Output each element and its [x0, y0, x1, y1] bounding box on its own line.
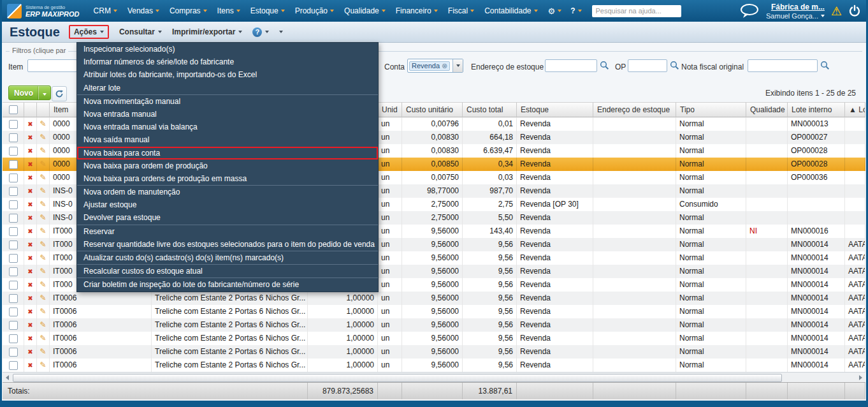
row-checkbox[interactable] [9, 307, 18, 316]
menu-item-reservar-quantidade-livre-dos-estoques-seleciona[interactable]: Reservar quantidade livre dos estoques s… [77, 238, 378, 251]
warning-icon[interactable]: ⚠ [831, 4, 842, 18]
delete-icon[interactable]: ✖ [24, 332, 37, 345]
row-checkbox[interactable] [9, 281, 18, 290]
tag-close-icon[interactable]: ⊗ [442, 62, 447, 70]
edit-icon[interactable]: ✎ [37, 292, 50, 305]
row-checkbox[interactable] [9, 334, 18, 343]
row-checkbox[interactable] [9, 241, 18, 249]
user-menu[interactable]: Samuel Gonça... [766, 11, 825, 20]
row-checkbox[interactable] [9, 133, 18, 142]
scroll-left-button[interactable] [3, 373, 12, 381]
topnav-item-crm[interactable]: CRM [89, 0, 122, 22]
search-icon[interactable] [670, 61, 679, 70]
edit-icon[interactable]: ✎ [37, 184, 50, 198]
search-icon[interactable] [600, 61, 609, 70]
topnav-item-fiscal[interactable]: Fiscal [443, 0, 479, 22]
delete-icon[interactable]: ✖ [24, 144, 37, 158]
row-checkbox[interactable] [9, 227, 18, 236]
row-checkbox[interactable] [9, 254, 18, 263]
edit-icon[interactable]: ✎ [37, 211, 50, 225]
col-header-qualidade[interactable]: Qualidade [746, 102, 788, 117]
menu-item-ajustar-estoque[interactable]: Ajustar estoque [77, 198, 378, 211]
menu-item-criar-boletim-de-inspecao-do-lote-do-fabricante-[interactable]: Criar boletim de inspeção do lote do fab… [77, 278, 378, 291]
delete-icon[interactable]: ✖ [24, 117, 37, 131]
menu-item-devolver-para-estoque[interactable]: Devolver para estoque [77, 211, 378, 224]
refresh-button[interactable] [52, 86, 67, 101]
delete-icon[interactable]: ✖ [24, 171, 37, 184]
op-filter-input[interactable] [628, 59, 667, 72]
menu-item-nova-baixa-para-ordens-de-producao-em-massa[interactable]: Nova baixa para ordens de produção em ma… [77, 172, 378, 185]
topnav-item-itens[interactable]: Itens [212, 0, 245, 22]
menu-item-alterar-lote[interactable]: Alterar lote [77, 82, 378, 94]
row-checkbox[interactable] [9, 160, 18, 169]
topnav-item-compras[interactable]: Compras [164, 0, 212, 22]
delete-icon[interactable]: ✖ [24, 359, 37, 372]
delete-icon[interactable]: ✖ [24, 211, 37, 225]
menu-item-informar-numeros-de-serie-lote-do-fabricante[interactable]: Informar números de série/lote do fabric… [77, 56, 378, 68]
delete-icon[interactable]: ✖ [24, 318, 37, 332]
help-search-input[interactable] [592, 5, 681, 17]
delete-icon[interactable]: ✖ [24, 265, 37, 278]
row-checkbox[interactable] [9, 214, 18, 223]
settings-menu[interactable]: ⚙ [544, 6, 566, 16]
nota-filter-input[interactable] [748, 59, 818, 72]
menu-item-atualizar-custo-do-s-cadastro-s-do-s-item-ns-mar[interactable]: Atualizar custo do(s) cadastro(s) do(s) … [77, 251, 378, 264]
menu-item-recalcular-custos-do-estoque-atual[interactable]: Recalcular custos do estoque atual [77, 265, 378, 278]
delete-icon[interactable]: ✖ [24, 251, 37, 265]
edit-icon[interactable]: ✎ [37, 278, 50, 292]
menu-consultar[interactable]: Consultar [119, 27, 162, 36]
col-header-estoque[interactable]: Estoque [517, 102, 593, 117]
edit-icon[interactable]: ✎ [37, 332, 50, 345]
delete-icon[interactable]: ✖ [24, 131, 37, 144]
menu-item-nova-baixa-para-ordem-de-producao[interactable]: Nova baixa para ordem de produção [77, 159, 378, 172]
menu-item-nova-movimentacao-manual[interactable]: Nova movimentação manual [77, 95, 378, 108]
edit-icon[interactable]: ✎ [37, 117, 50, 131]
row-checkbox[interactable] [9, 321, 18, 330]
topnav-item-contabilidade[interactable]: Contabilidade [479, 0, 542, 22]
delete-icon[interactable]: ✖ [24, 184, 37, 198]
endereco-filter-input[interactable] [545, 59, 597, 72]
company-link[interactable]: Fábrica de m... [771, 3, 825, 11]
col-header-tipo[interactable]: Tipo [676, 102, 746, 117]
row-checkbox[interactable] [9, 267, 18, 276]
delete-icon[interactable]: ✖ [24, 158, 37, 171]
conta-combobox[interactable]: Revenda ⊗ [407, 59, 463, 73]
row-checkbox[interactable] [9, 174, 18, 182]
filters-legend[interactable]: Filtros (clique par [10, 47, 68, 54]
delete-icon[interactable]: ✖ [24, 238, 37, 251]
topnav-item-qualidade[interactable]: Qualidade [339, 0, 391, 22]
topnav-item-financeiro[interactable]: Financeiro [391, 0, 443, 22]
row-checkbox[interactable] [9, 294, 18, 303]
edit-icon[interactable]: ✎ [37, 198, 50, 211]
topnav-item-producao[interactable]: Produção [290, 0, 339, 22]
col-header-custo_unitario[interactable]: Custo unitário [402, 102, 463, 117]
edit-icon[interactable]: ✎ [37, 305, 50, 318]
row-checkbox[interactable] [9, 348, 18, 357]
scrollbar-thumb[interactable] [13, 374, 782, 382]
item-filter-input[interactable] [27, 59, 77, 72]
edit-icon[interactable]: ✎ [37, 225, 50, 238]
menu-imprimir-exportar[interactable]: Imprimir/exportar [172, 27, 242, 36]
topnav-item-vendas[interactable]: Vendas [122, 0, 164, 22]
menu-item-nova-saida-manual[interactable]: Nova saída manual [77, 133, 378, 146]
menu-item-atribuir-lotes-do-fabricante-importando-os-do-ex[interactable]: Atribuir lotes do fabricante, importando… [77, 68, 378, 81]
edit-icon[interactable]: ✎ [37, 144, 50, 158]
horizontal-scrollbar[interactable] [3, 372, 865, 382]
combo-dropdown-button[interactable] [452, 59, 463, 72]
delete-icon[interactable]: ✖ [24, 305, 37, 318]
delete-icon[interactable]: ✖ [24, 292, 37, 305]
row-checkbox[interactable] [9, 187, 18, 196]
edit-icon[interactable]: ✎ [37, 251, 50, 265]
select-all-checkbox[interactable] [9, 105, 18, 114]
help-menu[interactable]: ? [252, 27, 269, 37]
more-menu[interactable] [279, 31, 283, 33]
menu-item-nova-entrada-manual-via-balanca[interactable]: Nova entrada manual via balança [77, 121, 378, 133]
edit-icon[interactable]: ✎ [37, 131, 50, 144]
search-icon[interactable] [820, 61, 830, 70]
topnav-item-estoque[interactable]: Estoque [245, 0, 290, 22]
row-checkbox[interactable] [9, 200, 18, 209]
edit-icon[interactable]: ✎ [37, 359, 50, 372]
menu-acoes[interactable]: Ações [69, 25, 109, 39]
menu-item-nova-baixa-para-conta[interactable]: Nova baixa para conta [77, 147, 378, 159]
scroll-right-button[interactable] [856, 373, 865, 381]
